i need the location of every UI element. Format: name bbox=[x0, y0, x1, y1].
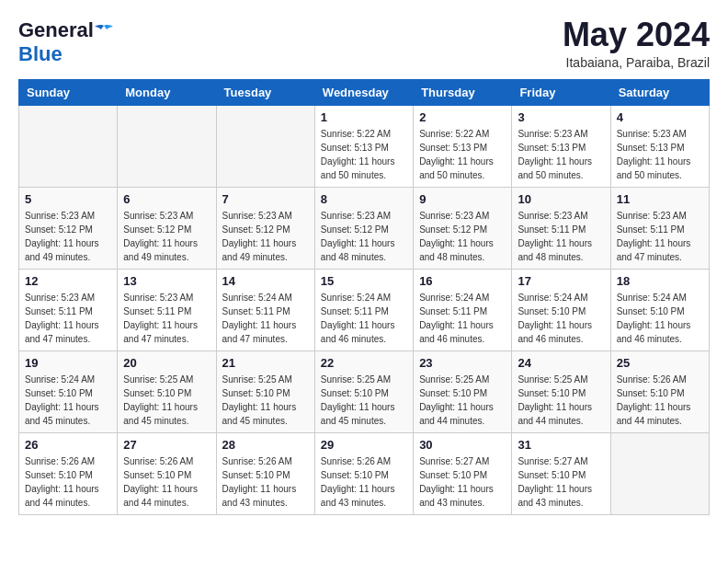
day-info: Sunrise: 5:26 AMSunset: 5:10 PMDaylight:… bbox=[25, 454, 111, 510]
day-info: Sunrise: 5:23 AMSunset: 5:12 PMDaylight:… bbox=[321, 209, 407, 264]
calendar-cell: 18Sunrise: 5:24 AMSunset: 5:10 PMDayligh… bbox=[610, 270, 709, 351]
calendar-cell: 8Sunrise: 5:23 AMSunset: 5:12 PMDaylight… bbox=[314, 188, 413, 270]
day-number: 18 bbox=[617, 274, 703, 288]
calendar-cell: 12Sunrise: 5:23 AMSunset: 5:11 PMDayligh… bbox=[19, 270, 118, 351]
calendar-cell: 17Sunrise: 5:24 AMSunset: 5:10 PMDayligh… bbox=[512, 270, 610, 351]
calendar-table: SundayMondayTuesdayWednesdayThursdayFrid… bbox=[18, 79, 710, 515]
day-number: 16 bbox=[419, 274, 506, 288]
calendar-cell: 25Sunrise: 5:26 AMSunset: 5:10 PMDayligh… bbox=[610, 351, 709, 433]
day-info: Sunrise: 5:25 AMSunset: 5:10 PMDaylight:… bbox=[123, 373, 210, 428]
logo-text: General bbox=[18, 18, 114, 42]
day-info: Sunrise: 5:23 AMSunset: 5:11 PMDaylight:… bbox=[617, 209, 703, 264]
weekday-header-monday: Monday bbox=[118, 80, 216, 106]
day-info: Sunrise: 5:22 AMSunset: 5:13 PMDaylight:… bbox=[419, 127, 506, 182]
day-info: Sunrise: 5:25 AMSunset: 5:10 PMDaylight:… bbox=[321, 373, 407, 428]
day-number: 20 bbox=[123, 356, 210, 370]
calendar-cell: 16Sunrise: 5:24 AMSunset: 5:11 PMDayligh… bbox=[414, 270, 512, 351]
calendar-week-row: 5Sunrise: 5:23 AMSunset: 5:12 PMDaylight… bbox=[19, 188, 710, 270]
day-number: 30 bbox=[419, 438, 506, 452]
calendar-week-row: 26Sunrise: 5:26 AMSunset: 5:10 PMDayligh… bbox=[19, 433, 710, 515]
calendar-cell: 20Sunrise: 5:25 AMSunset: 5:10 PMDayligh… bbox=[118, 351, 216, 433]
day-number: 29 bbox=[321, 438, 407, 452]
day-info: Sunrise: 5:26 AMSunset: 5:10 PMDaylight:… bbox=[617, 373, 703, 428]
calendar-cell: 27Sunrise: 5:26 AMSunset: 5:10 PMDayligh… bbox=[118, 433, 216, 515]
day-number: 9 bbox=[419, 192, 506, 206]
calendar-week-row: 12Sunrise: 5:23 AMSunset: 5:11 PMDayligh… bbox=[19, 270, 710, 351]
calendar-cell: 15Sunrise: 5:24 AMSunset: 5:11 PMDayligh… bbox=[314, 270, 413, 351]
calendar-cell bbox=[216, 106, 314, 188]
calendar-cell: 21Sunrise: 5:25 AMSunset: 5:10 PMDayligh… bbox=[216, 351, 314, 433]
day-info: Sunrise: 5:26 AMSunset: 5:10 PMDaylight:… bbox=[321, 454, 407, 510]
day-info: Sunrise: 5:23 AMSunset: 5:12 PMDaylight:… bbox=[419, 209, 506, 264]
calendar-cell: 11Sunrise: 5:23 AMSunset: 5:11 PMDayligh… bbox=[610, 188, 709, 270]
logo-bird-icon bbox=[95, 24, 113, 39]
day-number: 6 bbox=[123, 192, 210, 206]
day-info: Sunrise: 5:23 AMSunset: 5:12 PMDaylight:… bbox=[123, 209, 210, 264]
day-info: Sunrise: 5:24 AMSunset: 5:10 PMDaylight:… bbox=[617, 291, 703, 346]
day-number: 10 bbox=[518, 192, 604, 206]
calendar-week-row: 1Sunrise: 5:22 AMSunset: 5:13 PMDaylight… bbox=[19, 106, 710, 188]
day-info: Sunrise: 5:26 AMSunset: 5:10 PMDaylight:… bbox=[123, 454, 210, 510]
day-number: 11 bbox=[617, 192, 703, 206]
day-info: Sunrise: 5:23 AMSunset: 5:11 PMDaylight:… bbox=[123, 291, 210, 346]
calendar-cell: 6Sunrise: 5:23 AMSunset: 5:12 PMDaylight… bbox=[118, 188, 216, 270]
weekday-header-friday: Friday bbox=[512, 80, 610, 106]
calendar-cell: 24Sunrise: 5:25 AMSunset: 5:10 PMDayligh… bbox=[512, 351, 610, 433]
month-title: May 2024 bbox=[563, 18, 710, 52]
day-info: Sunrise: 5:27 AMSunset: 5:10 PMDaylight:… bbox=[518, 454, 604, 510]
logo: General Blue bbox=[18, 18, 114, 66]
day-info: Sunrise: 5:24 AMSunset: 5:11 PMDaylight:… bbox=[321, 291, 407, 346]
title-section: May 2024 Itabaiana, Paraiba, Brazil bbox=[563, 18, 710, 70]
calendar-cell: 22Sunrise: 5:25 AMSunset: 5:10 PMDayligh… bbox=[314, 351, 413, 433]
calendar-cell: 5Sunrise: 5:23 AMSunset: 5:12 PMDaylight… bbox=[19, 188, 118, 270]
calendar-cell: 23Sunrise: 5:25 AMSunset: 5:10 PMDayligh… bbox=[414, 351, 512, 433]
day-number: 3 bbox=[518, 110, 604, 124]
calendar-cell: 30Sunrise: 5:27 AMSunset: 5:10 PMDayligh… bbox=[414, 433, 512, 515]
calendar-cell bbox=[118, 106, 216, 188]
calendar-cell: 19Sunrise: 5:24 AMSunset: 5:10 PMDayligh… bbox=[19, 351, 118, 433]
day-number: 12 bbox=[25, 274, 111, 288]
calendar-cell bbox=[610, 433, 709, 515]
day-number: 19 bbox=[25, 356, 111, 370]
day-number: 23 bbox=[419, 356, 506, 370]
logo-blue: Blue bbox=[18, 42, 63, 66]
weekday-header-thursday: Thursday bbox=[414, 80, 512, 106]
weekday-header-tuesday: Tuesday bbox=[216, 80, 314, 106]
day-info: Sunrise: 5:24 AMSunset: 5:10 PMDaylight:… bbox=[518, 291, 604, 346]
day-number: 24 bbox=[518, 356, 604, 370]
day-info: Sunrise: 5:27 AMSunset: 5:10 PMDaylight:… bbox=[419, 454, 506, 510]
day-number: 7 bbox=[222, 192, 309, 206]
day-info: Sunrise: 5:26 AMSunset: 5:10 PMDaylight:… bbox=[222, 454, 309, 510]
day-number: 26 bbox=[25, 438, 111, 452]
day-number: 13 bbox=[123, 274, 210, 288]
calendar-cell: 14Sunrise: 5:24 AMSunset: 5:11 PMDayligh… bbox=[216, 270, 314, 351]
day-info: Sunrise: 5:22 AMSunset: 5:13 PMDaylight:… bbox=[321, 127, 407, 182]
weekday-header-sunday: Sunday bbox=[19, 80, 118, 106]
calendar-cell: 26Sunrise: 5:26 AMSunset: 5:10 PMDayligh… bbox=[19, 433, 118, 515]
day-number: 25 bbox=[617, 356, 703, 370]
day-info: Sunrise: 5:25 AMSunset: 5:10 PMDaylight:… bbox=[518, 373, 604, 428]
calendar-cell: 31Sunrise: 5:27 AMSunset: 5:10 PMDayligh… bbox=[512, 433, 610, 515]
day-number: 4 bbox=[617, 110, 703, 124]
calendar-cell bbox=[19, 106, 118, 188]
calendar-cell: 1Sunrise: 5:22 AMSunset: 5:13 PMDaylight… bbox=[314, 106, 413, 188]
day-info: Sunrise: 5:23 AMSunset: 5:12 PMDaylight:… bbox=[25, 209, 111, 264]
calendar-cell: 7Sunrise: 5:23 AMSunset: 5:12 PMDaylight… bbox=[216, 188, 314, 270]
day-info: Sunrise: 5:25 AMSunset: 5:10 PMDaylight:… bbox=[222, 373, 309, 428]
day-number: 22 bbox=[321, 356, 407, 370]
day-number: 31 bbox=[518, 438, 604, 452]
calendar-cell: 9Sunrise: 5:23 AMSunset: 5:12 PMDaylight… bbox=[414, 188, 512, 270]
day-info: Sunrise: 5:23 AMSunset: 5:11 PMDaylight:… bbox=[518, 209, 604, 264]
day-number: 14 bbox=[222, 274, 309, 288]
day-info: Sunrise: 5:24 AMSunset: 5:10 PMDaylight:… bbox=[25, 373, 111, 428]
weekday-header-row: SundayMondayTuesdayWednesdayThursdayFrid… bbox=[19, 80, 710, 106]
page-header: General Blue May 2024 Itabaiana, Paraiba… bbox=[18, 18, 710, 70]
weekday-header-saturday: Saturday bbox=[610, 80, 709, 106]
calendar-cell: 28Sunrise: 5:26 AMSunset: 5:10 PMDayligh… bbox=[216, 433, 314, 515]
calendar-cell: 2Sunrise: 5:22 AMSunset: 5:13 PMDaylight… bbox=[414, 106, 512, 188]
day-info: Sunrise: 5:23 AMSunset: 5:11 PMDaylight:… bbox=[25, 291, 111, 346]
day-number: 2 bbox=[419, 110, 506, 124]
day-number: 21 bbox=[222, 356, 309, 370]
day-number: 15 bbox=[321, 274, 407, 288]
day-info: Sunrise: 5:24 AMSunset: 5:11 PMDaylight:… bbox=[222, 291, 309, 346]
